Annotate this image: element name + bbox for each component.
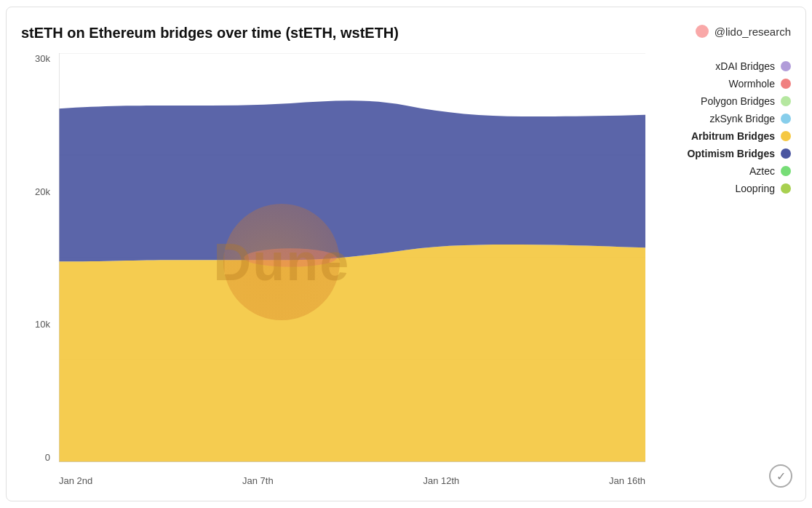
legend-item-wormhole: Wormhole <box>663 78 791 90</box>
y-label-10k: 10k <box>35 319 50 330</box>
chart-body: 30k 20k 10k 0 Dune <box>21 53 791 486</box>
legend-dot-zksynk <box>781 114 791 124</box>
legend-dot-optimism <box>781 148 791 159</box>
legend-label-loopring: Loopring <box>736 183 776 194</box>
attribution-dot <box>696 25 709 38</box>
x-label-jan12: Jan 12th <box>423 475 459 486</box>
x-label-jan7: Jan 7th <box>242 475 274 486</box>
legend-item-polygon: Polygon Bridges <box>663 95 791 107</box>
legend-label-arbitrum: Arbitrum Bridges <box>691 130 775 142</box>
chart-title: stETH on Ethereum bridges over time (stE… <box>21 25 399 41</box>
checkmark-badge[interactable]: ✓ <box>769 464 792 488</box>
legend: xDAI Bridges Wormhole Polygon Bridges zk… <box>645 53 791 486</box>
y-label-0: 0 <box>45 452 50 463</box>
legend-label-polygon: Polygon Bridges <box>701 95 775 107</box>
legend-dot-xdai <box>781 61 791 71</box>
legend-dot-arbitrum <box>781 131 791 141</box>
header-row: stETH on Ethereum bridges over time (stE… <box>21 25 791 41</box>
y-label-20k: 20k <box>35 186 50 197</box>
chart-svg <box>59 53 645 462</box>
x-axis: Jan 2nd Jan 7th Jan 12th Jan 16th <box>59 471 645 486</box>
legend-item-zksynk: zkSynk Bridge <box>663 113 791 124</box>
legend-item-loopring: Loopring <box>663 183 791 194</box>
legend-dot-wormhole <box>781 79 791 89</box>
checkmark-icon: ✓ <box>776 469 786 483</box>
y-axis: 30k 20k 10k 0 <box>21 53 59 486</box>
x-label-jan16: Jan 16th <box>609 475 645 486</box>
legend-item-arbitrum: Arbitrum Bridges <box>663 130 791 142</box>
legend-dot-loopring <box>781 183 791 194</box>
y-label-30k: 30k <box>35 53 50 64</box>
legend-label-aztec: Aztec <box>749 165 775 177</box>
legend-dot-polygon <box>781 96 791 106</box>
chart-area: Dune <box>59 53 645 486</box>
legend-label-zksynk: zkSynk Bridge <box>710 113 775 124</box>
legend-item-optimism: Optimism Bridges <box>663 148 791 159</box>
x-label-jan2: Jan 2nd <box>59 475 92 486</box>
legend-dot-aztec <box>781 166 791 176</box>
legend-label-xdai: xDAI Bridges <box>715 60 775 72</box>
attribution: @lido_research <box>696 25 791 38</box>
legend-label-wormhole: Wormhole <box>728 78 775 90</box>
legend-label-optimism: Optimism Bridges <box>687 148 775 159</box>
legend-item-xdai: xDAI Bridges <box>663 60 791 72</box>
chart-container: stETH on Ethereum bridges over time (stE… <box>6 7 806 501</box>
legend-item-aztec: Aztec <box>663 165 791 177</box>
attribution-label: @lido_research <box>715 25 791 38</box>
svg-point-5 <box>244 248 337 266</box>
